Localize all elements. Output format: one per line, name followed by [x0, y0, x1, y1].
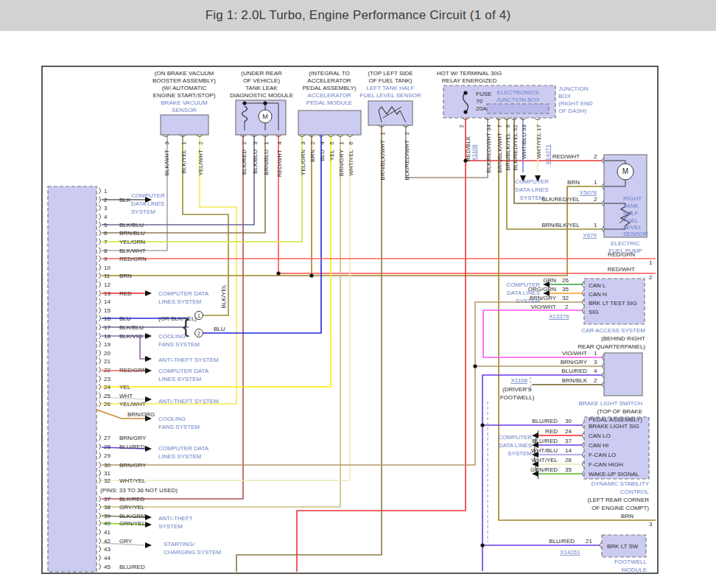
diagram-label: 8	[104, 248, 108, 254]
diagram-label: BLK	[119, 197, 131, 203]
diagram-label: LEFT TANK HALF	[367, 85, 415, 91]
diagram-label: 14	[565, 447, 572, 454]
diagram-label: BRAKE VACUUM	[161, 99, 208, 106]
diagram-label: 1	[104, 188, 108, 195]
diagram-label: SYSTEM	[131, 209, 155, 215]
diagram-label: BLU/RED	[561, 368, 587, 374]
diagram-label: 3	[252, 141, 259, 144]
diagram-label: BLK/BLU	[119, 222, 144, 228]
diagram-label: ACCELERATOR	[307, 92, 351, 99]
pin-bump	[99, 358, 100, 364]
diagram-label: TANK LEAK	[245, 85, 278, 91]
pin-bump	[99, 564, 100, 570]
diagram-label: BLK/YEL	[180, 149, 187, 173]
diagram-label: 2	[565, 304, 569, 310]
diagram-label: COMPUTER	[131, 192, 165, 199]
diagram-label: 1	[338, 141, 345, 144]
diagram-label: 32	[104, 477, 110, 484]
diagram-label: WHT/YEL	[348, 149, 354, 175]
diagram-label: 1	[649, 259, 653, 266]
diagram-label: FANS SYSTEM	[158, 341, 200, 348]
pin-bump	[99, 273, 100, 279]
diagram-label: BRAKE LIGHT SIG	[589, 423, 639, 430]
diagram-label: X1108	[471, 144, 477, 161]
diagram-label: BLK/GRN	[119, 513, 145, 519]
pin-bump	[99, 367, 100, 373]
pin-bump	[99, 520, 100, 526]
diagram-label: 23	[104, 376, 110, 382]
diagram-label: 2	[458, 124, 465, 127]
diagram-label: PEDAL MODULE	[306, 99, 352, 106]
diagram-label: ACCELERATOR	[307, 77, 351, 84]
diagram-label: STARTING/	[164, 541, 195, 547]
diagram-label: 35	[562, 286, 569, 293]
diagram-label: YEL	[329, 149, 335, 161]
flow-arrow-icon	[145, 542, 152, 548]
diagram-label: 1	[594, 350, 597, 357]
diagram-label: GRN	[543, 277, 556, 284]
diagram-label: 2	[309, 141, 316, 144]
diagram-label: 17	[536, 124, 542, 130]
diagram-label: 11	[104, 273, 110, 279]
diagram-label: (BEHIND RIGHT	[601, 335, 645, 342]
diagram-label: BLK/YEL	[220, 284, 227, 308]
diagram-label: LEVEL	[623, 224, 642, 231]
diagram-label: PEDAL ASSEMBLY)	[589, 416, 642, 423]
flow-arrow-icon	[145, 446, 152, 452]
diagram-label: 21	[104, 358, 110, 365]
diagram-label: DATA LINES	[507, 290, 540, 296]
diagram-label: DATA LINES	[499, 442, 532, 449]
diagram-label: WHT/YEL	[119, 477, 146, 484]
wire	[236, 125, 382, 572]
diagram-label: SYSTEM	[158, 523, 183, 530]
diagram-label: BRN/BLK/YEL	[505, 132, 511, 170]
pin-bump	[99, 281, 100, 287]
diagram-label: DATA LINES	[131, 200, 164, 207]
diagram-label: 4	[276, 141, 283, 144]
diagram-label: JUNCTION BOX	[496, 97, 540, 103]
diagram-label: 12	[104, 281, 110, 288]
diagram-label: 27	[104, 435, 110, 441]
diagram-label: 37	[104, 496, 110, 503]
wiring-diagram-page: Fig 1: 2.0L Turbo, Engine Performance Ci…	[0, 0, 716, 588]
diagram-label: RIGHT	[623, 195, 642, 202]
diagram-label: BLK/WHT	[164, 150, 170, 176]
diagram-label: LINES SYSTEM	[158, 298, 202, 305]
junction-dot	[309, 273, 313, 277]
diagram-label: 1	[594, 222, 597, 228]
diagram-label: YEL	[119, 384, 131, 391]
diagram-label: COMPUTER DATA	[158, 368, 209, 374]
diagram-label: BRN/BLU	[119, 230, 145, 237]
pin-bump	[99, 188, 100, 194]
diagram-label: LINES SYSTEM	[158, 376, 202, 382]
diagram-label: BLU/RED	[532, 438, 558, 444]
diagram-label: RELAY ENERGIZED	[442, 77, 497, 84]
diagram-label: 17	[104, 324, 110, 331]
pin-bump	[99, 315, 100, 321]
diagram-label: GRN/YEL	[119, 520, 146, 527]
diagram-label: BLU	[214, 326, 225, 332]
pin-bump	[99, 546, 100, 552]
diagram-label: YEL/WHT	[119, 401, 146, 407]
diagram-label: 38	[104, 504, 110, 511]
diagram-label: BRN/GRY	[338, 149, 345, 176]
wiring-diagram-canvas: MM1212BLK345BLK/BLU6BRN/BLU7YEL/GRN8BLK/…	[0, 0, 716, 588]
pin-bump	[99, 350, 100, 356]
pin-bump	[99, 205, 100, 211]
diagram-label: WHT/YEL	[531, 457, 558, 463]
diagram-label: 4	[319, 141, 326, 144]
diagram-label: 24	[104, 384, 110, 391]
diagram-label: F-CAN HIGH	[589, 461, 623, 468]
component-box	[298, 111, 361, 135]
diagram-label: 21	[586, 538, 592, 545]
flow-arrow-icon	[145, 396, 152, 402]
diagram-label: 5	[329, 141, 335, 144]
pin-bump	[99, 462, 100, 468]
diagram-label: DATA LINES	[515, 186, 548, 193]
diagram-label: OF FUEL TANK)	[369, 77, 413, 84]
diagram-label: SYSTEM	[520, 195, 544, 201]
component-box	[604, 353, 642, 396]
diagram-label: BLK/RED/YEL	[512, 132, 519, 170]
diagram-label: COMPUTER DATA	[158, 290, 209, 297]
diagram-label: (UNDER REAR	[241, 70, 282, 77]
